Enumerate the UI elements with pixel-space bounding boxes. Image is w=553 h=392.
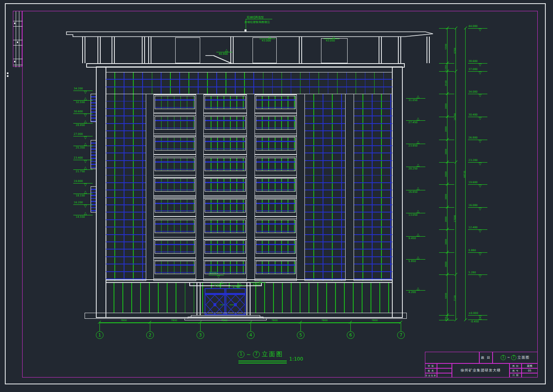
- elevation-drawing: 轻钢结构造型 外墙铝塑板饰面做法 ▽34.200△32.550▽30.600△2…: [0, 0, 553, 392]
- window-unit: [205, 158, 246, 171]
- sheet: 轻钢结构造型 外墙铝塑板饰面做法 ▽34.200△32.550▽30.600△2…: [0, 0, 553, 392]
- dim-extension-line: [439, 252, 454, 253]
- level-triangle-icon: △: [220, 281, 223, 284]
- level-value: 4.700: [233, 286, 240, 289]
- level-value: 14.550: [76, 215, 85, 219]
- drawing-title: 1 ~ 7 立面图: [238, 351, 284, 358]
- level-marker: △5.850: [406, 256, 425, 264]
- dim-chain-line: [447, 28, 447, 320]
- dim-extension-line: [439, 315, 454, 316]
- level-value: 26.880: [468, 136, 478, 139]
- level-value: 13.050: [408, 213, 418, 217]
- axis-stub-line: [401, 323, 401, 331]
- dim-extension-line: [439, 94, 454, 94]
- dim-value: 3600: [445, 194, 447, 200]
- tb-row-value: 建施: [522, 363, 538, 368]
- dim-value: 3600: [445, 262, 447, 267]
- level-marker: ▽19.800: [73, 179, 93, 187]
- level-value: 27.450: [408, 121, 418, 124]
- level-value: 23.400: [74, 156, 83, 159]
- bay-dimension: 7800: [321, 319, 327, 322]
- level-triangle-icon: △: [416, 256, 419, 260]
- level-value: 16.200: [74, 201, 83, 204]
- axis-stub-line: [200, 323, 201, 331]
- level-triangle-icon: ▽: [84, 204, 87, 208]
- dim-extension-line: [439, 71, 454, 72]
- dim-extension-line: [439, 184, 454, 185]
- level-marker: ▽27.000: [73, 132, 93, 140]
- level-marker: △14.550: [73, 211, 93, 219]
- axis-bubble: 7: [397, 331, 405, 339]
- level-marker: △28.950: [73, 120, 93, 128]
- level-marker: △18.150: [73, 190, 93, 198]
- level-triangle-icon: △: [84, 142, 87, 146]
- level-value: 16.080: [468, 204, 478, 207]
- penthouse-post: [379, 37, 382, 63]
- tb-row-label: 审 核: [425, 363, 437, 368]
- level-value: 32.550: [76, 101, 85, 104]
- dim-extension-line: [439, 117, 454, 117]
- level-triangle-icon: △: [84, 120, 87, 124]
- level-triangle-icon: ▽: [478, 274, 481, 278]
- level-triangle-icon: △: [84, 212, 87, 215]
- level-triangle-icon: △: [416, 210, 419, 213]
- window-unit: [205, 240, 246, 254]
- window-unit: [155, 96, 195, 109]
- level-value: 5.850: [408, 260, 416, 263]
- tb-row-value: [437, 368, 452, 373]
- level-triangle-icon: △: [84, 166, 87, 170]
- level-triangle-icon: ▽: [478, 28, 481, 32]
- level-marker: △4.700: [230, 282, 246, 290]
- axis-stub-line: [251, 323, 251, 331]
- window-unit: [205, 137, 246, 151]
- project-name: 徐州矿业集团研发大楼: [461, 368, 501, 373]
- axis-bubble: 3: [197, 331, 204, 339]
- dim-extension-line: [439, 63, 454, 64]
- window-unit: [155, 158, 195, 171]
- level-marker: ▽23.400: [73, 156, 93, 164]
- tb-row-label: 日 期: [510, 373, 522, 378]
- dim-extension-line: [439, 207, 454, 208]
- level-marker: △40.800: [216, 48, 232, 56]
- level-triangle-icon: ▽: [84, 113, 87, 117]
- window-unit: [205, 96, 246, 109]
- level-triangle-icon: ▽: [478, 184, 481, 188]
- level-marker: ▽16.080: [468, 203, 487, 211]
- level-marker: △-0.450: [468, 316, 487, 324]
- dim-value: 7130: [454, 295, 456, 301]
- window-unit: [205, 220, 246, 233]
- dim-extension-line: [439, 274, 454, 275]
- level-value: 43.050: [326, 39, 335, 42]
- level-marker: ▽23.280: [468, 158, 487, 166]
- level-value: 23.280: [468, 159, 478, 162]
- level-triangle-icon: ▽: [84, 160, 87, 163]
- level-triangle-icon: △: [239, 282, 242, 286]
- level-triangle-icon: △: [416, 117, 419, 121]
- dim-value: 3600: [445, 149, 447, 155]
- window-unit: [155, 116, 195, 130]
- title-name: 立面图: [262, 351, 284, 358]
- level-marker: ▽37.080: [468, 67, 487, 75]
- axis-bubble: 4: [247, 331, 255, 339]
- level-triangle-icon: △: [416, 95, 419, 99]
- dim-tick: [464, 318, 467, 322]
- level-value: 20.250: [408, 167, 418, 170]
- penthouse-post: [142, 37, 145, 63]
- dim-value: 6400: [445, 293, 447, 299]
- title-axis-bubble-to: 7: [253, 351, 260, 358]
- level-value: 43.000: [262, 39, 271, 42]
- level-triangle-icon: ▽: [478, 140, 481, 143]
- dim-value: 3600: [445, 239, 447, 245]
- level-triangle-icon: ▽: [478, 207, 481, 211]
- penthouse-box: [175, 37, 200, 63]
- level-triangle-icon: ▽: [478, 252, 481, 256]
- window-unit: [256, 96, 296, 109]
- dim-value: 3540: [445, 80, 447, 86]
- tb-row-label: 图 别: [510, 363, 522, 368]
- dim-value: 3600: [445, 103, 447, 109]
- level-triangle-icon: △: [225, 49, 228, 52]
- level-marker: ▽8.880: [468, 248, 487, 256]
- level-value: 37.080: [468, 68, 478, 71]
- level-value: 4.500: [253, 283, 261, 286]
- level-marker: ▽19.680: [468, 180, 487, 188]
